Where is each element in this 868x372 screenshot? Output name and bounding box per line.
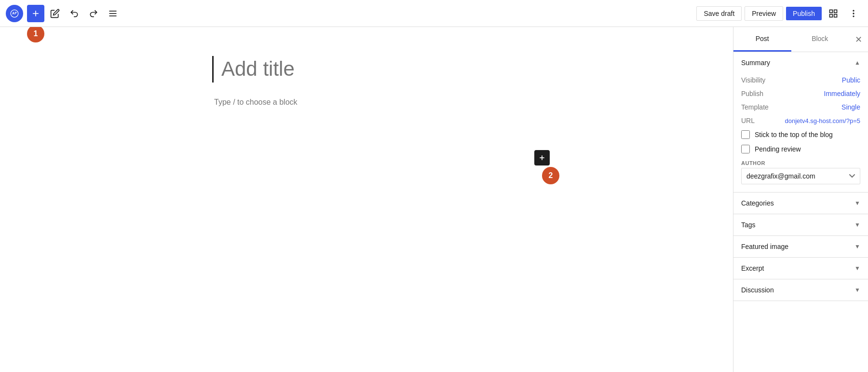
discussion-chevron-icon: ▼ (854, 287, 860, 293)
stick-to-top-checkbox[interactable] (741, 130, 750, 139)
add-block-inline-button[interactable] (534, 150, 550, 165)
title-input[interactable] (212, 56, 521, 83)
summary-panel-header[interactable]: Summary ▲ (733, 52, 868, 73)
categories-chevron-icon: ▼ (854, 200, 860, 207)
close-sidebar-button[interactable]: ✕ (849, 30, 868, 49)
visibility-value[interactable]: Public (842, 76, 860, 84)
edit-button[interactable] (46, 5, 64, 22)
template-row: Template Single (741, 100, 860, 114)
discussion-panel-title: Discussion (741, 286, 774, 294)
pending-review-checkbox[interactable] (741, 145, 750, 153)
svg-rect-7 (830, 14, 833, 17)
summary-chevron-icon: ▲ (854, 59, 860, 66)
wp-logo[interactable] (6, 5, 23, 22)
featured-image-panel-header[interactable]: Featured image ▼ (733, 236, 868, 257)
main-layout: Type / to choose a block 2 Post Block ✕ … (0, 27, 868, 372)
tags-panel-header[interactable]: Tags ▼ (733, 214, 868, 235)
editor-area: Type / to choose a block 2 (0, 27, 733, 372)
visibility-row: Visibility Public (741, 73, 860, 87)
featured-image-chevron-icon: ▼ (854, 243, 860, 250)
url-label: URL (741, 117, 755, 124)
categories-panel-title: Categories (741, 199, 774, 207)
summary-panel: Summary ▲ Visibility Public Publish Imme… (733, 52, 868, 193)
tags-panel: Tags ▼ (733, 214, 868, 236)
url-value[interactable]: donjetv4.sg-host.com/?p=5 (785, 117, 860, 124)
author-label: AUTHOR (741, 156, 860, 168)
url-row: URL donjetv4.sg-host.com/?p=5 (741, 114, 860, 127)
publish-button[interactable]: Publish (786, 7, 822, 20)
summary-panel-body: Visibility Public Publish Immediately Te… (733, 73, 868, 192)
svg-rect-5 (830, 10, 833, 13)
tab-post[interactable]: Post (733, 27, 791, 52)
options-button[interactable] (845, 5, 862, 22)
add-block-button[interactable] (27, 5, 44, 22)
excerpt-chevron-icon: ▼ (854, 265, 860, 272)
editor-content: Type / to choose a block 2 (212, 56, 521, 343)
svg-rect-8 (834, 14, 837, 17)
author-select[interactable]: deezgrafix@gmail.com (741, 168, 860, 184)
toolbar-right: Save draft Preview Publish (696, 5, 862, 22)
svg-point-9 (853, 10, 854, 11)
visibility-label: Visibility (741, 76, 765, 84)
tags-panel-title: Tags (741, 221, 756, 229)
discussion-panel-header[interactable]: Discussion ▼ (733, 279, 868, 301)
template-label: Template (741, 103, 769, 111)
stick-to-top-row: Stick to the top of the blog (741, 127, 860, 142)
redo-button[interactable] (85, 5, 102, 22)
summary-panel-title: Summary (741, 59, 770, 67)
undo-button[interactable] (66, 5, 83, 22)
featured-image-panel-title: Featured image (741, 243, 788, 250)
categories-panel: Categories ▼ (733, 193, 868, 214)
discussion-panel: Discussion ▼ (733, 279, 868, 301)
excerpt-panel: Excerpt ▼ (733, 258, 868, 279)
publish-timing-label: Publish (741, 90, 763, 97)
tab-block[interactable]: Block (791, 27, 849, 52)
excerpt-panel-title: Excerpt (741, 264, 764, 272)
pending-review-row: Pending review (741, 142, 860, 156)
publish-row: Publish Immediately (741, 87, 860, 100)
svg-rect-6 (834, 10, 837, 13)
publish-timing-value[interactable]: Immediately (824, 90, 860, 97)
svg-point-10 (853, 13, 854, 14)
sidebar-tabs: Post Block ✕ (733, 27, 868, 52)
tags-chevron-icon: ▼ (854, 221, 860, 228)
toolbar: Save draft Preview Publish (0, 0, 868, 27)
stick-to-top-label: Stick to the top of the blog (755, 131, 833, 138)
settings-button[interactable] (825, 5, 842, 22)
save-draft-button[interactable]: Save draft (696, 6, 742, 21)
svg-point-11 (853, 16, 854, 17)
featured-image-panel: Featured image ▼ (733, 236, 868, 258)
template-value[interactable]: Single (841, 103, 860, 111)
tools-button[interactable] (104, 5, 122, 22)
preview-button[interactable]: Preview (745, 6, 783, 21)
toolbar-left (6, 5, 122, 22)
step-badge-2: 2 (542, 167, 559, 184)
excerpt-panel-header[interactable]: Excerpt ▼ (733, 258, 868, 279)
block-placeholder[interactable]: Type / to choose a block (212, 98, 521, 107)
categories-panel-header[interactable]: Categories ▼ (733, 193, 868, 214)
sidebar: Post Block ✕ Summary ▲ Visibility Public… (733, 27, 868, 372)
step-badge-1: 1 (27, 25, 44, 42)
pending-review-label: Pending review (755, 145, 801, 153)
